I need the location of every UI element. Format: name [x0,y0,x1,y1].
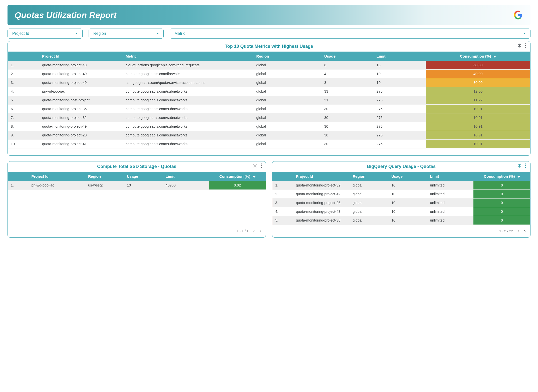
table-row[interactable]: 6.quota-monitoring-project-35compute.goo… [8,105,530,113]
panel-title: Compute Total SSD Storage - Quotas [97,164,176,169]
panel-menu-icon[interactable] [525,163,526,168]
table-row[interactable]: 5.quota-monitoring-host-projectcompute.g… [8,96,530,105]
cell-region: global [253,131,321,140]
cell-index: 1. [8,181,28,190]
cell-limit: 275 [374,87,426,96]
table-row[interactable]: 4.prj-wd-poc-iaccompute.googleapis.com/s… [8,87,530,96]
cell-index: 8. [8,122,39,131]
pagination-text: 1 - 1 / 1 [237,229,248,233]
col-region[interactable]: Region [253,52,321,61]
col-consumption[interactable]: Consumption (%) [209,172,266,181]
col-metric[interactable]: Metric [123,52,253,61]
col-limit[interactable]: Limit [374,52,426,61]
project-id-dropdown[interactable]: Project Id [8,29,83,39]
cell-limit: 275 [374,113,426,122]
table-row[interactable]: 2.quota-monitoring-project-42global10unl… [272,190,530,199]
panel-menu-icon[interactable] [525,43,526,48]
reset-filter-icon[interactable] [517,163,522,168]
col-project[interactable]: Project Id [293,172,350,181]
col-usage[interactable]: Usage [321,52,374,61]
cell-usage: 30 [321,122,374,131]
filters-row: Project Id Region Metric [8,29,530,39]
metric-dropdown[interactable]: Metric [170,29,530,39]
cell-limit: 40960 [163,181,209,190]
cell-consumption: 10.91 [426,113,530,122]
cell-project: quota-monitoring-project-35 [39,105,123,113]
table-row[interactable]: 5.quota-monitoring-project-38global10unl… [272,216,530,225]
table-row[interactable]: 9.quota-monitoring-project-28compute.goo… [8,131,530,140]
cell-region: global [253,140,321,148]
cell-project: quota-monitoring-project-41 [39,140,123,148]
cell-limit: 275 [374,96,426,105]
col-usage[interactable]: Usage [388,172,427,181]
compute-ssd-table: Project Id Region Usage Limit Consumptio… [8,172,266,190]
cell-index: 2. [8,70,39,78]
cell-metric: iam.googleapis.com/quota/service-account… [123,78,253,87]
cell-consumption: 40.00 [426,70,530,78]
region-dropdown[interactable]: Region [89,29,164,39]
col-index[interactable] [8,52,39,61]
next-page-icon[interactable]: › [524,228,526,234]
cell-usage: 4 [321,70,374,78]
cell-usage: 30 [321,140,374,148]
col-consumption-label: Consumption (%) [219,174,250,178]
table-row[interactable]: 3.quota-monitoring-project-26global10unl… [272,199,530,207]
col-project[interactable]: Project Id [28,172,85,181]
col-limit[interactable]: Limit [163,172,209,181]
prev-page-icon[interactable]: ‹ [517,228,519,234]
cell-usage: 30 [321,113,374,122]
cell-consumption: 10.91 [426,131,530,140]
cell-index: 4. [8,87,39,96]
cell-project: quota-monitoring-project-49 [39,78,123,87]
cell-index: 1. [8,61,39,70]
cell-consumption: 0 [473,207,530,216]
table-row[interactable]: 3.quota-monitoring-project-49iam.googlea… [8,78,530,87]
col-consumption[interactable]: Consumption (%) [473,172,530,181]
col-region[interactable]: Region [85,172,124,181]
table-row[interactable]: 8.quota-monitoring-project-49compute.goo… [8,122,530,131]
table-footer: 1 - 1 / 1 ‹ › [8,225,266,237]
col-usage[interactable]: Usage [124,172,163,181]
table-row[interactable]: 1.quota-monitoring-project-49cloudfuncti… [8,61,530,70]
cell-region: global [350,216,388,225]
panel-menu-icon[interactable] [261,163,262,168]
bigquery-panel: BigQuery Query Usage - Quotas Project Id [272,161,530,238]
cell-consumption: 0 [473,216,530,225]
prev-page-icon[interactable]: ‹ [253,228,255,234]
cell-usage: 10 [388,181,427,190]
table-row[interactable]: 10.quota-monitoring-project-41compute.go… [8,140,530,148]
cell-consumption: 0.02 [209,181,266,190]
cell-index: 2. [272,190,293,199]
table-row[interactable]: 2.quota-monitoring-project-49compute.goo… [8,70,530,78]
col-index[interactable] [8,172,28,181]
table-row[interactable]: 1.prj-wd-poc-iacus-west210409600.02 [8,181,266,190]
col-index[interactable] [272,172,293,181]
cell-limit: 275 [374,105,426,113]
cell-metric: compute.googleapis.com/subnetworks [123,131,253,140]
dropdown-label: Metric [174,31,185,36]
col-consumption-label: Consumption (%) [484,174,515,178]
cell-region: global [253,122,321,131]
chevron-down-icon [156,33,159,34]
sort-desc-icon [493,54,496,58]
next-page-icon[interactable]: › [259,228,261,234]
table-row[interactable]: 1.quota-monitoring-project-32global10unl… [272,181,530,190]
col-region[interactable]: Region [350,172,388,181]
cell-limit: 275 [374,140,426,148]
cell-index: 5. [272,216,293,225]
col-limit[interactable]: Limit [427,172,474,181]
col-consumption[interactable]: Consumption (%) [426,52,530,61]
table-row[interactable]: 7.quota-monitoring-project-32compute.goo… [8,113,530,122]
cell-consumption: 10.91 [426,140,530,148]
cell-limit: 275 [374,122,426,131]
table-row[interactable]: 4.quota-monitoring-project-43global10unl… [272,207,530,216]
cell-limit: unlimited [427,216,474,225]
cell-project: quota-monitoring-project-32 [293,181,350,190]
reset-filter-icon[interactable] [253,163,257,168]
cell-consumption: 30.00 [426,78,530,87]
reset-filter-icon[interactable] [517,43,522,48]
cell-usage: 10 [124,181,163,190]
cell-metric: compute.googleapis.com/firewalls [123,70,253,78]
cell-project: prj-wd-poc-iac [28,181,85,190]
col-project[interactable]: Project Id [39,52,123,61]
